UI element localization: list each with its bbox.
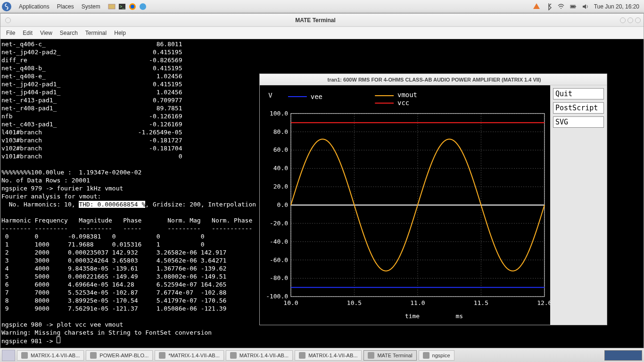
battery-icon[interactable] (570, 3, 577, 10)
app-icon (21, 352, 28, 359)
svg-text:100.0: 100.0 (270, 110, 288, 117)
svg-text:60.0: 60.0 (273, 146, 288, 153)
taskbar-item-label: POWER-AMP-BLO... (99, 353, 149, 358)
svg-text:80.0: 80.0 (273, 128, 288, 135)
terminal-title: MATE Terminal (13, 17, 618, 24)
svg-text:11.0: 11.0 (410, 299, 425, 306)
svg-button[interactable]: SVG (553, 116, 604, 128)
postscript-button[interactable]: PostScript (553, 102, 604, 114)
system-tray: Tue Jun 20, 16:20 (533, 3, 642, 10)
svg-text:vee: vee (311, 93, 322, 100)
svg-point-5 (131, 5, 134, 8)
window-menu-icon[interactable] (5, 17, 11, 23)
menu-search[interactable]: Search (56, 30, 82, 36)
terminal-titlebar[interactable]: MATE Terminal (0, 14, 644, 27)
bottom-panel: MATRIX-1.4-VII-AB...POWER-AMP-BLO...*MAT… (0, 348, 644, 362)
ngspice-plot-window: tran1: 600W RMS FOR 4-OHMS CLASS-AB AUDI… (259, 74, 607, 325)
svg-marker-11 (583, 4, 586, 9)
minimize-button[interactable] (620, 17, 626, 23)
svg-rect-9 (575, 6, 576, 7)
svg-text:-100.0: -100.0 (266, 293, 288, 300)
top-panel: Applications Places System >_ Tue Jun 20… (0, 0, 644, 13)
svg-text:V: V (268, 91, 272, 99)
svg-text:vcc: vcc (397, 99, 409, 107)
wifi-icon[interactable] (557, 3, 565, 10)
svg-text:-20.0: -20.0 (270, 220, 288, 227)
app-icon (299, 352, 305, 359)
taskbar-item[interactable]: ngspice (419, 350, 454, 361)
maximize-button[interactable] (627, 17, 633, 23)
volume-icon[interactable] (582, 3, 589, 10)
svg-rect-1 (108, 4, 115, 9)
svg-point-6 (140, 3, 146, 10)
workspace-switcher[interactable] (604, 350, 642, 361)
app-icon (159, 352, 165, 359)
menu-file[interactable]: File (2, 30, 19, 36)
app-icon (230, 352, 237, 359)
svg-text:12.0: 12.0 (537, 299, 550, 306)
files-launcher-icon[interactable] (108, 3, 116, 10)
svg-text:>_: >_ (120, 4, 125, 9)
svg-text:ms: ms (456, 313, 463, 320)
svg-marker-7 (533, 3, 540, 9)
taskbar-item[interactable]: MATRIX-1.4-VII-AB... (295, 350, 362, 361)
plot-title: tran1: 600W RMS FOR 4-OHMS CLASS-AB AUDI… (264, 77, 604, 82)
plot-titlebar[interactable]: tran1: 600W RMS FOR 4-OHMS CLASS-AB AUDI… (260, 74, 607, 85)
svg-text:0.0: 0.0 (277, 201, 288, 208)
places-menu[interactable]: Places (53, 3, 78, 10)
terminal-launcher-icon[interactable]: >_ (118, 3, 126, 10)
quit-button[interactable]: Quit (553, 88, 604, 99)
svg-text:time: time (405, 313, 420, 320)
close-button[interactable] (635, 17, 641, 23)
show-desktop-button[interactable] (2, 350, 15, 361)
taskbar-item-label: MATRIX-1.4-VII-AB... (239, 353, 289, 358)
svg-text:-80.0: -80.0 (270, 274, 288, 281)
taskbar-item-label: MATRIX-1.4-VII-AB... (31, 353, 80, 358)
svg-text:vmout: vmout (397, 91, 417, 99)
terminal-menubar: File Edit View Search Terminal Help (0, 27, 644, 39)
bluetooth-icon[interactable] (545, 3, 553, 10)
fedora-logo-icon[interactable] (2, 2, 11, 11)
menu-help[interactable]: Help (110, 30, 130, 36)
taskbar-item[interactable]: MATRIX-1.4-VII-AB... (226, 350, 293, 361)
menu-view[interactable]: View (36, 30, 56, 36)
app-icon (368, 352, 374, 359)
menu-edit[interactable]: Edit (19, 30, 36, 36)
clock[interactable]: Tue Jun 20, 16:20 (594, 3, 639, 10)
app-icon (90, 352, 97, 359)
taskbar-item-label: ngspice (432, 353, 450, 358)
app-icon (423, 352, 429, 359)
svg-text:-40.0: -40.0 (270, 238, 288, 245)
svg-text:-60.0: -60.0 (270, 256, 288, 263)
taskbar-item-label: MATE Terminal (377, 353, 412, 358)
svg-text:20.0: 20.0 (273, 183, 288, 190)
svg-text:10.0: 10.0 (283, 299, 298, 306)
taskbar-item-label: MATRIX-1.4-VII-AB... (308, 353, 357, 358)
system-menu[interactable]: System (78, 3, 104, 10)
firefox-launcher-icon[interactable] (129, 3, 136, 10)
app-launcher-icon[interactable] (139, 3, 147, 10)
menu-terminal[interactable]: Terminal (82, 30, 110, 36)
svg-text:11.5: 11.5 (474, 299, 488, 306)
svg-rect-10 (571, 6, 575, 8)
taskbar-item[interactable]: POWER-AMP-BLO... (86, 350, 153, 361)
applications-menu[interactable]: Applications (15, 3, 53, 10)
taskbar-item[interactable]: MATRIX-1.4-VII-AB... (17, 350, 84, 361)
taskbar-item[interactable]: *MATRIX-1.4-VII-AB... (155, 350, 224, 361)
plot-button-panel: Quit PostScript SVG (550, 85, 607, 325)
svg-text:40.0: 40.0 (273, 165, 288, 172)
taskbar-item[interactable]: MATE Terminal (363, 350, 416, 361)
svg-text:10.5: 10.5 (347, 299, 362, 306)
updates-icon[interactable] (533, 3, 540, 10)
taskbar-item-label: *MATRIX-1.4-VII-AB... (168, 353, 220, 358)
plot-canvas: -100.0-80.0-60.0-40.0-20.00.020.040.060.… (260, 85, 550, 325)
